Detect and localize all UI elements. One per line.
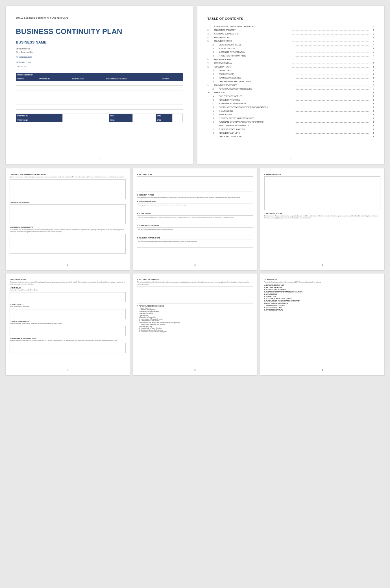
toc-item: J. BUSINESS IMPACT ANALYSIS 8	[208, 128, 374, 131]
proc-item-10: x. Commencement of Alternate Site Operat…	[137, 324, 253, 325]
toc-num: D.	[213, 106, 219, 108]
toc-label: RECOVERY TASK LISTS	[219, 132, 294, 134]
subC-text: Incident Commander, HR/PR Officer, Infor…	[10, 323, 126, 325]
proc-item-14: xiv. Relocation of Resources Back to Pri…	[137, 331, 253, 333]
toc-dots	[295, 119, 370, 119]
section3-content-box	[10, 234, 126, 254]
page-5: 6. RECORDS BACKUP 7. RESTORATION PLAN Di…	[260, 168, 384, 270]
toc-item: H. ALTERNATE SITE TRANSPORTATION INFORMA…	[208, 121, 374, 123]
toc-label: ALTERNATE SITE OPERATION	[219, 51, 294, 53]
toc-num: I.	[213, 125, 219, 127]
toc-page: 3	[371, 25, 374, 27]
toc-label: RECOVERY TEAMS	[214, 66, 291, 68]
page-number: 5	[194, 369, 195, 371]
toc-num: H.	[213, 121, 219, 123]
section5-body: These are the activities most needed for…	[137, 197, 253, 199]
toc-item: E. VITAL RECORDS 8	[208, 110, 374, 112]
toc-page: 4	[371, 36, 374, 38]
toc-label: TRANSITION TO PRIMARY SITE	[219, 55, 294, 57]
subA-heading: A. TEAM ROLES	[10, 287, 126, 289]
toc-item: D. EMERGENCY OPERATIONS CENTER (EOC) LOC…	[208, 106, 374, 109]
section8-heading: 8. RECOVERY TEAMS	[10, 279, 126, 280]
toc-page: 8	[371, 106, 374, 108]
toc-label: DEPARTMENTAL RECOVERY TEAMS	[219, 81, 294, 83]
toc-num: C.	[213, 77, 219, 79]
toc-dots	[295, 111, 370, 112]
proc-item-12: xii. Transition Back to Primary Operatio…	[137, 327, 253, 329]
toc-label: TEAM CONTACTS	[219, 73, 294, 75]
toc-dots	[292, 38, 370, 38]
toc-num: 10.	[208, 92, 214, 94]
toc-item: 1. BUSINESS FUNCTION RECOVERY PRIORITIES…	[208, 25, 374, 28]
appendix-f: F. VENDOR LISTS	[264, 296, 380, 297]
toc-dots	[295, 100, 370, 101]
appendix-g: G. IT SYSTEM REPORTS AND RESOURCES	[264, 298, 380, 300]
section2-heading: 2. RELOCATION STRATEGY	[10, 201, 126, 203]
toc-dots	[295, 71, 370, 71]
appendix-h: H. ALTERNATE SITE TRANSPORTATION INFORMA…	[264, 300, 380, 302]
subD-heading: D. TRANSITION TO PRIMARY SITE	[137, 237, 253, 239]
subD-text: This phase continues until the company c…	[138, 241, 252, 242]
toc-dots	[295, 56, 370, 57]
toc-num: B.	[213, 99, 219, 101]
toc-item: L. OFFICE RECOVERY PLAN 8	[208, 136, 374, 138]
subA-box	[10, 292, 126, 302]
subD-box: This phase continues until the company c…	[137, 240, 253, 248]
appendix-d: D. EMERGENCY OPERATIONS CENTER (EOC) LOC…	[264, 291, 380, 293]
toc-item: A. POTENTIAL RECOVERY PROCEDURE 7	[208, 88, 374, 90]
bottom-pages: 8. RECOVERY TEAMS The company establishe…	[6, 274, 384, 375]
toc-label: ALTERNATE BUSINESS SITE	[214, 33, 291, 35]
toc-dots	[292, 64, 370, 64]
proc-item-11: xi. Management of Work	[137, 326, 253, 327]
toc-label: RELOCATION STRATEGY	[214, 29, 291, 31]
subC-box: This phase continues until the business …	[137, 227, 253, 235]
proc-item-4: iv. Declaration of Disaster	[137, 313, 253, 314]
toc-page: 6	[371, 70, 374, 71]
page-number: 6	[322, 369, 323, 371]
street-address: Street Address City, State and Zip	[16, 47, 183, 54]
proc-item-1: i. Disaster Occurrence	[137, 307, 253, 309]
toc-item: B. PLAN ACTIVATION 4	[208, 47, 374, 50]
appendix-l: L. OFFICE RECOVERY PLAN	[264, 309, 380, 311]
toc-num: L.	[213, 136, 219, 138]
toc-label: RECORDS BACKUP	[214, 58, 291, 60]
top-row: SMALL BUSINESS CONTINUITY PLAN TEMPLATE …	[6, 6, 384, 164]
toc-item: F. VENDOR LISTS 8	[208, 114, 374, 116]
toc-dots	[295, 122, 370, 123]
toc-dots	[292, 60, 370, 60]
toc-page: 8	[371, 121, 374, 123]
title-label: TITLE	[109, 114, 133, 118]
toc-num: E.	[213, 110, 219, 112]
toc-item: B. TEAM CONTACTS 6	[208, 73, 374, 75]
table-row	[16, 105, 183, 109]
toc-page: 4	[371, 44, 374, 46]
toc-item: 4. RECOVERY PLAN 4	[208, 36, 374, 39]
section1-content-box	[10, 179, 126, 199]
toc-dots	[295, 82, 370, 82]
subA-text: Team Leader, Backup Team Leader, Team Me…	[10, 289, 126, 291]
page-1: SMALL BUSINESS CONTINUITY PLAN TEMPLATE …	[6, 6, 193, 164]
toc-page: 8	[371, 99, 374, 101]
toc-item: C. ALTERNATE SITE RESOURCES 8	[208, 103, 374, 105]
toc-page: 5	[371, 58, 374, 60]
middle-pages: 1. BUSINESS FUNCTION RECOVERY PRIORITIES…	[6, 168, 384, 270]
page-number: 4	[67, 369, 68, 371]
subC-heading: C. TEAM RESPONSIBILITIES	[10, 321, 126, 322]
toc-item: 2. RELOCATION STRATEGY 3	[208, 29, 374, 31]
bottom-row: 8. RECOVERY TEAMS The company establishe…	[6, 274, 384, 375]
toc-dots	[292, 67, 370, 68]
proc-item-3: iii. Preliminary Damage Assessment	[137, 311, 253, 313]
table-row	[16, 85, 183, 90]
subB-text: Stored in the Contact List appendix	[10, 306, 126, 308]
toc-num: G.	[213, 117, 219, 119]
toc-label: DISASTER OCCURRENCE	[219, 44, 294, 46]
toc-item: I. IMPACT AND RISK ASSESSMENTS 8	[208, 125, 374, 127]
section10-heading: 10. APPENDICES	[264, 279, 380, 280]
middle-row: 1. BUSINESS FUNCTION RECOVERY PRIORITIES…	[6, 168, 384, 270]
toc-page: 5	[371, 62, 374, 64]
toc-num: B.	[213, 73, 219, 75]
approved-by-label: APPROVED BY	[16, 118, 63, 122]
section1-heading: 1. BUSINESS FUNCTION RECOVERY PRIORITIES	[10, 173, 126, 175]
toc-dots	[292, 31, 370, 31]
subB-heading: B. PLAN ACTIVATION	[137, 213, 253, 214]
